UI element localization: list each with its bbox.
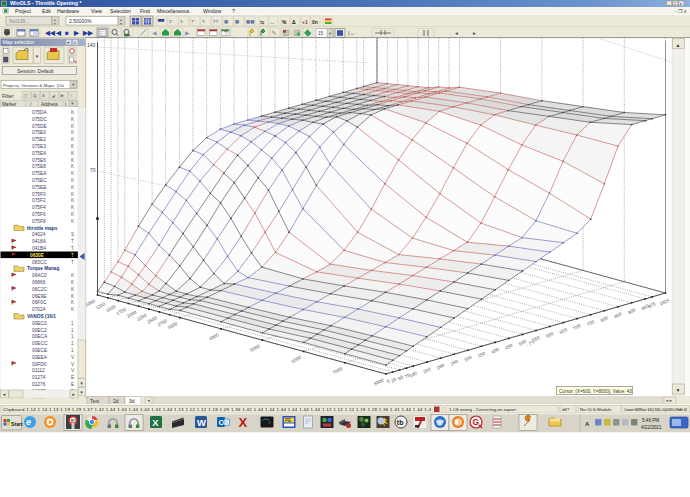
svg-text:View: View bbox=[91, 8, 102, 14]
svg-text:80: 80 bbox=[71, 418, 77, 424]
svg-text:▤: ▤ bbox=[33, 93, 37, 98]
svg-text:X: X bbox=[239, 415, 248, 430]
svg-text:Torque Manag: Torque Manag bbox=[27, 266, 59, 271]
svg-text:140: 140 bbox=[87, 42, 96, 48]
svg-text:0n: 0n bbox=[312, 19, 318, 25]
svg-text:No OLS-Module: No OLS-Module bbox=[580, 407, 612, 412]
svg-text:▼: ▼ bbox=[80, 381, 84, 386]
svg-text:T: T bbox=[71, 246, 74, 251]
svg-text:Window: Window bbox=[203, 8, 221, 14]
svg-text:▲: ▲ bbox=[676, 42, 681, 48]
svg-text:Project: Project bbox=[15, 8, 31, 14]
svg-text:06F0C: 06F0C bbox=[32, 300, 47, 305]
svg-text:x: x bbox=[74, 40, 76, 45]
svg-text:T:: T: bbox=[202, 19, 205, 24]
svg-text:Projects, Versions & Maps: (Ct: Projects, Versions & Maps: (Ctr bbox=[3, 83, 65, 88]
svg-text:04024: 04024 bbox=[32, 232, 46, 237]
svg-text:075DE: 075DE bbox=[32, 124, 47, 129]
svg-text:075DC: 075DC bbox=[32, 117, 47, 122]
svg-text:Start: Start bbox=[11, 421, 23, 427]
svg-text:06866: 06866 bbox=[32, 280, 46, 285]
svg-text:W: W bbox=[197, 417, 206, 428]
svg-text:T: T bbox=[71, 239, 74, 244]
svg-text:+1: +1 bbox=[302, 19, 308, 25]
svg-text:5:46 PM: 5:46 PM bbox=[642, 418, 659, 423]
svg-text:2.50000%: 2.50000% bbox=[69, 18, 92, 24]
svg-text:2d: 2d bbox=[113, 398, 119, 404]
svg-text:◂: ◂ bbox=[455, 30, 458, 36]
svg-text:1”: 1” bbox=[169, 19, 173, 24]
svg-text:01274: 01274 bbox=[32, 375, 46, 380]
svg-text:▼: ▼ bbox=[71, 102, 75, 106]
svg-text:075EA: 075EA bbox=[32, 171, 47, 176]
svg-text:70: 70 bbox=[90, 167, 96, 173]
svg-text:15·: 15· bbox=[318, 31, 325, 36]
svg-text:00EEA: 00EEA bbox=[32, 355, 48, 360]
svg-text:|↔·: |↔· bbox=[348, 30, 357, 36]
svg-text:O: O bbox=[218, 418, 224, 427]
svg-text:S: S bbox=[71, 232, 74, 237]
svg-text:T: T bbox=[71, 253, 74, 258]
svg-text:Cursor: (X=600, Y=8000), Value: Cursor: (X=600, Y=8000), Value: 43 bbox=[559, 389, 632, 394]
svg-text:A: A bbox=[585, 421, 590, 427]
svg-text:075E0: 075E0 bbox=[32, 130, 46, 135]
svg-text:Edit: Edit bbox=[42, 8, 51, 14]
svg-text:◄: ◄ bbox=[2, 392, 6, 397]
svg-text:075E8: 075E8 bbox=[32, 164, 46, 169]
svg-text:075EC: 075EC bbox=[32, 178, 47, 183]
svg-text:00ECE: 00ECE bbox=[32, 348, 47, 353]
svg-text:Find: Find bbox=[140, 8, 150, 14]
svg-text:07024: 07024 bbox=[32, 307, 46, 312]
svg-text:00EC0: 00EC0 bbox=[32, 321, 47, 326]
svg-text:4/22/2021: 4/22/2021 bbox=[641, 425, 662, 430]
svg-text:01112: 01112 bbox=[32, 368, 45, 373]
svg-text:▶: ▶ bbox=[185, 30, 190, 36]
svg-text:1 CS wrong - Correcting on exp: 1 CS wrong - Correcting on export bbox=[449, 407, 516, 412]
svg-text:00ECC: 00ECC bbox=[32, 341, 48, 346]
svg-text:←: ← bbox=[270, 19, 275, 25]
svg-text:▦: ▦ bbox=[224, 19, 228, 24]
svg-text:▀▀: ▀▀ bbox=[158, 19, 165, 24]
svg-text:00ECA: 00ECA bbox=[32, 334, 48, 339]
svg-text:075F6: 075F6 bbox=[32, 212, 46, 217]
svg-text:Session: Default: Session: Default bbox=[17, 68, 54, 74]
svg-text:075F2: 075F2 bbox=[32, 198, 46, 203]
svg-text:PE: PE bbox=[285, 418, 291, 423]
svg-text:▾: ▾ bbox=[67, 40, 69, 45]
svg-text:Text: Text bbox=[90, 398, 100, 404]
svg-text:Clipboard 1.14 1.14 1.13 1.19: Clipboard 1.14 1.14 1.13 1.19 1.29 1.37 … bbox=[3, 407, 432, 412]
svg-text:Marker: Marker bbox=[2, 102, 17, 107]
svg-text:01276: 01276 bbox=[32, 382, 46, 387]
svg-text:?: ? bbox=[232, 8, 235, 14]
svg-text:◄►: ◄► bbox=[665, 398, 673, 403]
svg-text:Selection: Selection bbox=[110, 8, 131, 14]
svg-text:WinOLS - Throttle Opening *: WinOLS - Throttle Opening * bbox=[10, 0, 82, 6]
svg-text:Cursor: 06390 => 100 ( 100) -: Cursor: 06390 => 100 ( 100) - 0 (0.00%, … bbox=[624, 407, 688, 412]
svg-text:1: 1 bbox=[71, 328, 74, 333]
svg-text:075E6: 075E6 bbox=[32, 158, 46, 163]
svg-text:Map selection: Map selection bbox=[3, 39, 35, 45]
svg-text:T: T bbox=[71, 260, 74, 265]
svg-text:075F0: 075F0 bbox=[32, 192, 46, 197]
svg-text:00EC2: 00EC2 bbox=[32, 328, 47, 333]
svg-text:▸: ▸ bbox=[473, 30, 476, 36]
svg-text:1: 1 bbox=[71, 321, 74, 326]
svg-text:►: ► bbox=[72, 392, 76, 397]
svg-text:075DA: 075DA bbox=[32, 110, 47, 115]
svg-text:1: 1 bbox=[71, 348, 74, 353]
svg-text:075F8: 075F8 bbox=[32, 219, 46, 224]
svg-text:06AC0: 06AC0 bbox=[32, 273, 47, 278]
svg-text:1: 1 bbox=[71, 334, 74, 339]
svg-text:▶▶: ▶▶ bbox=[82, 29, 94, 36]
svg-text:075E4: 075E4 bbox=[32, 151, 46, 156]
svg-text:0630E: 0630E bbox=[30, 253, 45, 258]
svg-text:075E2: 075E2 bbox=[32, 137, 46, 142]
svg-text:tb: tb bbox=[397, 419, 404, 426]
svg-text:▩▩: ▩▩ bbox=[246, 19, 254, 24]
svg-text:T”: T” bbox=[191, 19, 196, 24]
svg-text:083CC: 083CC bbox=[32, 260, 47, 265]
svg-text:075EE: 075EE bbox=[32, 185, 46, 190]
svg-text:Not139...: Not139... bbox=[9, 18, 29, 24]
svg-text:Filter:: Filter: bbox=[2, 93, 15, 99]
svg-text:d6?: d6? bbox=[562, 407, 570, 412]
